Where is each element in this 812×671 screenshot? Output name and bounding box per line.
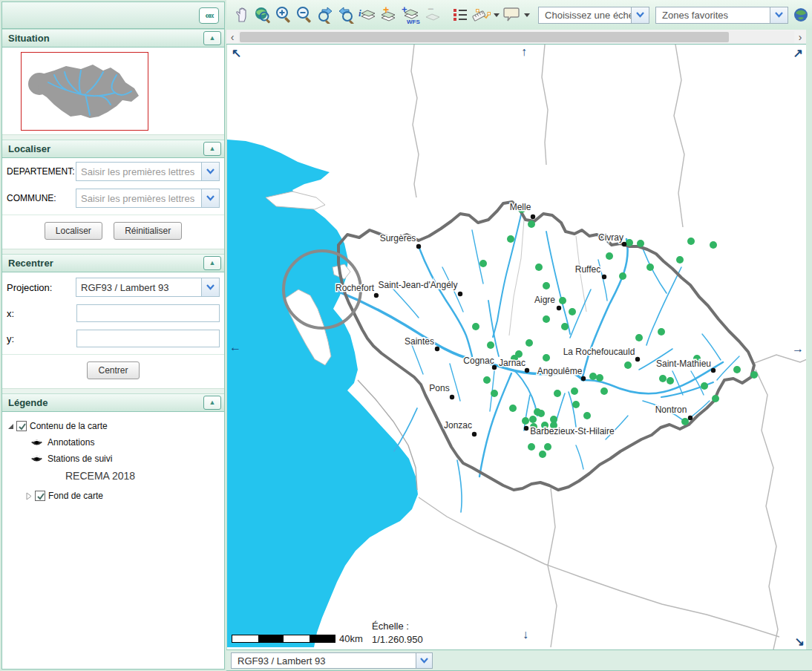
departement-input[interactable] [76,163,201,180]
pan-northwest-icon[interactable]: ↖ [232,48,241,59]
pan-southeast-icon[interactable]: ↘ [795,636,805,648]
zoom-in-button[interactable] [274,4,292,25]
station-marker[interactable] [733,366,741,373]
station-marker[interactable] [561,323,569,330]
station-marker[interactable] [483,376,491,384]
station-marker[interactable] [528,443,535,451]
station-marker[interactable] [571,387,578,395]
hscroll-track[interactable] [238,31,794,43]
map-viewport[interactable]: MelleSurgèresCivrayRuffecRochefortSaint-… [226,45,806,649]
station-marker[interactable] [509,405,517,412]
globe-button[interactable] [791,4,810,25]
station-marker[interactable] [619,272,626,280]
tree-expanded-icon[interactable] [8,424,13,429]
station-marker[interactable] [712,395,719,402]
tree-collapsed-icon[interactable] [26,492,32,500]
pan-northeast-icon[interactable]: ↗ [793,48,803,59]
station-marker[interactable] [750,371,758,379]
scroll-left-icon[interactable]: ‹ [226,30,238,44]
contenu-checkbox[interactable] [16,421,27,431]
pan-south-icon[interactable]: ↓ [523,629,528,641]
station-marker[interactable] [535,264,543,271]
station-marker[interactable] [525,339,533,347]
station-marker[interactable] [635,334,643,341]
legend-node-annotations[interactable]: Annotations [7,437,220,448]
overview-map[interactable] [21,52,148,131]
station-marker[interactable] [522,417,529,425]
station-marker[interactable] [659,375,667,382]
projection-bottom-select[interactable]: RGF93 / Lambert 93 [231,652,433,669]
station-marker[interactable] [543,354,550,361]
annotation-button[interactable] [502,4,530,25]
station-marker[interactable] [529,416,537,423]
station-marker[interactable] [543,282,550,289]
centrer-button[interactable]: Centrer [87,361,139,379]
station-marker[interactable] [537,410,545,417]
eye-icon[interactable] [30,438,43,447]
pan-north-icon[interactable]: ↑ [521,46,527,58]
x-input[interactable] [76,304,220,322]
chevron-down-icon[interactable] [201,189,219,207]
chevron-down-icon[interactable] [201,278,219,296]
station-marker[interactable] [676,256,684,264]
zones-favorites-select[interactable]: Zones favorites [655,7,788,24]
commune-combo[interactable] [76,189,220,208]
scroll-right-icon[interactable]: › [794,30,806,44]
chevron-down-icon[interactable] [770,7,788,23]
zoom-out-button[interactable] [295,4,313,25]
station-marker[interactable] [479,260,487,267]
layer-list-button[interactable] [451,4,469,25]
station-marker[interactable] [687,238,695,245]
sidebar-collapse-button[interactable]: «« [199,7,219,24]
station-marker[interactable] [583,412,591,419]
localiser-collapse-icon[interactable]: ▲ [203,142,221,156]
station-marker[interactable] [701,382,708,390]
situation-collapse-icon[interactable]: ▲ [203,31,221,45]
station-marker[interactable] [491,390,498,397]
legende-collapse-icon[interactable]: ▲ [203,396,221,410]
commune-input[interactable] [76,189,201,207]
zoom-next-button[interactable] [315,4,334,25]
station-marker[interactable] [569,308,576,315]
remove-layer-button[interactable]: − [423,4,442,25]
station-marker[interactable] [528,220,535,228]
legend-node-stations[interactable]: Stations de suivi [7,454,220,464]
station-marker[interactable] [472,323,479,330]
chevron-down-icon[interactable] [524,13,530,17]
measure-button[interactable] [471,4,500,25]
station-marker[interactable] [589,373,597,380]
eye-icon[interactable] [30,454,43,463]
add-wfs-layer-button[interactable]: + WFS [400,4,421,25]
station-marker[interactable] [681,418,689,425]
pan-west-icon[interactable]: ← [229,341,241,353]
station-marker[interactable] [606,252,613,260]
station-marker[interactable] [559,297,566,304]
chevron-down-icon[interactable] [201,163,219,180]
pan-east-icon[interactable]: → [792,343,804,355]
station-marker[interactable] [624,361,632,369]
station-marker[interactable] [572,401,580,408]
station-marker[interactable] [554,390,561,397]
chevron-down-icon[interactable] [416,653,432,668]
chevron-down-icon[interactable] [494,13,500,17]
station-marker[interactable] [646,264,654,271]
zoom-initial-button[interactable] [253,4,272,25]
recentrer-collapse-icon[interactable]: ▲ [203,256,221,270]
pan-tool-button[interactable] [232,4,251,25]
station-marker[interactable] [658,328,665,336]
add-layer-button[interactable]: + [379,4,398,25]
station-marker[interactable] [710,241,717,249]
station-marker[interactable] [596,374,603,382]
legend-node-fond[interactable]: Fond de carte [7,491,220,501]
fond-checkbox[interactable] [35,491,45,501]
chevron-down-icon[interactable] [631,7,649,23]
station-marker[interactable] [507,235,514,243]
projection-combo[interactable] [76,278,220,297]
projection-input[interactable] [76,278,201,296]
station-marker[interactable] [487,341,494,349]
station-marker[interactable] [637,240,644,247]
scale-select[interactable]: Choisissez une échelle [538,7,649,24]
station-marker[interactable] [543,315,550,323]
station-marker[interactable] [600,387,608,395]
station-marker[interactable] [667,377,674,384]
